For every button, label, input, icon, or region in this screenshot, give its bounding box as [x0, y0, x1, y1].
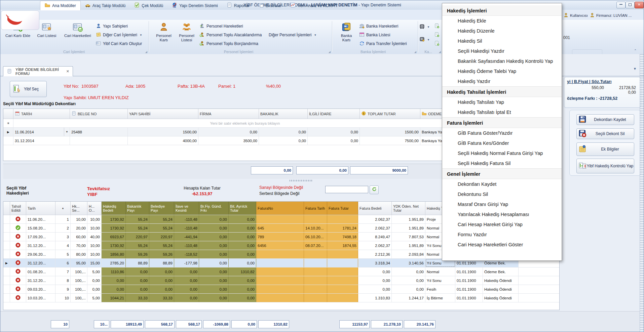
cell-ind[interactable]: [3, 276, 10, 285]
hakedis-row[interactable]: 31.12.20...8100,...0,000,000,000,000,000…: [3, 276, 559, 285]
cell-fatbedeli[interactable]: 0,00: [358, 267, 392, 276]
diger-personel-islemleri-button[interactable]: Diğer Personel İşlemleri▼: [269, 31, 316, 39]
cell-status[interactable]: [10, 259, 26, 267]
cell-firma[interactable]: 3500,00: [198, 136, 259, 145]
cell-faturano[interactable]: [256, 250, 304, 258]
menu-item[interactable]: Seçili Hakediş Fatura Sil: [442, 158, 562, 168]
cell-bit[interactable]: 0,00: [229, 241, 256, 250]
yibf-hakedis-kontrolu-button[interactable]: Yibf Hakediş Kontrolü Yap: [576, 159, 634, 173]
kasa2-dropdown-button[interactable]: ▼: [419, 36, 430, 43]
yibf-sec-button[interactable]: Yibf Seç: [10, 81, 47, 97]
cell-ilave[interactable]: 0,00: [174, 294, 199, 302]
cell-belge[interactable]: 25488: [70, 128, 128, 136]
ribbon-collapse-icon[interactable]: ⌃: [634, 49, 637, 52]
cell-ho[interactable]: 5,00: [87, 294, 102, 302]
menu-item[interactable]: Cari Hesap Hareket Girişi Yap: [442, 219, 562, 230]
column-header[interactable]: TARİH: [13, 109, 70, 119]
cell-ydk[interactable]: 0,00: [392, 285, 425, 293]
personel-hareketleri-button[interactable]: Personel Hareketleri: [199, 23, 243, 30]
close-button[interactable]: ✕: [635, 2, 644, 8]
cell-bedeli[interactable]: 1730,92: [102, 215, 126, 223]
menu-item[interactable]: Cari Hesap Hareketleri Göster: [442, 240, 562, 250]
cell-ydk[interactable]: 3.140,56: [392, 259, 425, 267]
menu-item[interactable]: Bakanlık Sayfasından Hakediş Kontrolü Ya…: [442, 56, 562, 66]
cell-durum[interactable]: Ödeme Bek.: [483, 267, 519, 276]
cell-faturano[interactable]: [256, 285, 304, 293]
date-combo-arrow-icon[interactable]: ▼: [64, 128, 68, 136]
cell-bakanlik[interactable]: 33,33: [126, 294, 149, 302]
cell-faturano[interactable]: [256, 259, 304, 267]
cell-hkse[interactable]: 80,00: [71, 250, 87, 258]
cell-belediye[interactable]: 59,26: [149, 250, 174, 258]
cell-ydk[interactable]: 7.807,53: [392, 233, 425, 241]
cell-belge[interactable]: [70, 136, 128, 145]
cell-bit[interactable]: 0,00: [229, 233, 256, 241]
cell-brfiy[interactable]: 0,00: [199, 224, 229, 232]
column-header[interactable]: YAPI SAHİBİ: [128, 109, 198, 119]
column-header[interactable]: Fatura Tarih: [304, 202, 327, 215]
cell-fatbedeli[interactable]: 0,00: [358, 285, 392, 293]
cell-tarih[interactable]: 31.12.20...: [26, 259, 55, 267]
cell-ho[interactable]: 0,00: [87, 285, 102, 293]
cell-no[interactable]: 8: [55, 276, 71, 285]
menu-item[interactable]: Hakediş Yazdır: [442, 76, 562, 86]
personel-toplu-alacaklandirma-button[interactable]: Personel Toplu Alacaklandırma: [199, 31, 262, 39]
menu-item[interactable]: Hakediş Ekle: [442, 16, 562, 26]
cell-tip[interactable]: Fesih: [425, 285, 455, 293]
cell-fattarih[interactable]: [304, 294, 327, 302]
cell-tarih2[interactable]: 01.01.1900: [455, 294, 483, 302]
cell-brfiy[interactable]: 0,00: [199, 233, 229, 241]
cell-ho[interactable]: 5,00: [87, 267, 102, 276]
cell-durum[interactable]: Hakediş Ödendi: [483, 285, 519, 293]
cell-idare[interactable]: 0,00: [308, 136, 360, 145]
menu-item[interactable]: Hakediş Ödeme Talebi Yap: [442, 66, 562, 76]
cell-hkse[interactable]: 20,00: [71, 224, 87, 232]
cell-bakanlik[interactable]: 0,00: [126, 285, 149, 293]
cell-bedeli[interactable]: 1856,80: [102, 250, 126, 258]
cell-faturano[interactable]: 645: [256, 224, 304, 232]
cell-fatbedeli[interactable]: 8.249,47: [358, 233, 392, 241]
cell-fattutar[interactable]: [327, 250, 358, 258]
menu-item[interactable]: Masraf Oranı Girişi Yap: [442, 199, 562, 209]
cell-faturano[interactable]: [256, 294, 304, 302]
cell-fattutar[interactable]: [327, 276, 358, 285]
cell-status[interactable]: [10, 276, 26, 285]
cell-fattutar[interactable]: [327, 215, 358, 223]
cell-status[interactable]: [10, 224, 26, 232]
cell-no[interactable]: 5: [55, 250, 71, 258]
cell-tarih[interactable]: 11.06.20...: [26, 215, 55, 223]
cell-ilave[interactable]: -441,94: [174, 233, 199, 241]
column-header[interactable]: Belediye Payı: [149, 202, 174, 215]
column-header[interactable]: [3, 202, 10, 215]
cell-bedeli[interactable]: 0,00: [102, 285, 126, 293]
document-tab[interactable]: YİBF ÖDEME BİLGİLERİ FORMU ✕: [3, 66, 73, 76]
menu-item[interactable]: Seçili Hakedişi Yazdır: [442, 46, 562, 56]
cell-ilave[interactable]: 0,00: [174, 276, 199, 285]
cell-bedeli[interactable]: 1110,86: [102, 267, 126, 276]
cell-bit[interactable]: 0,00: [229, 285, 256, 293]
cell-ind[interactable]: [3, 285, 10, 293]
cell-fattutar[interactable]: [327, 259, 358, 267]
cell-idare[interactable]: 0,00: [308, 128, 360, 136]
column-header[interactable]: FİRMA: [198, 109, 259, 119]
dekont-grid[interactable]: TARİHBELGE NOYAPI SAHİBİFİRMABAKANLIKİLG…: [3, 109, 477, 161]
cell-tarih2[interactable]: 01.01.1900: [455, 276, 483, 285]
cell-ind[interactable]: [3, 250, 10, 258]
hakedis-search-input[interactable]: [325, 186, 368, 193]
cell-tarih2[interactable]: 01.01.1900: [455, 267, 483, 276]
ek-bilgiler-button[interactable]: Ek Bilgiler: [576, 142, 634, 156]
yapi-sahipleri-button[interactable]: Yapı Sahipleri: [96, 23, 128, 30]
cell-ho[interactable]: 15,00: [87, 259, 102, 267]
hakedis-row[interactable]: 09.03.20...9100,...0,000,000,000,000,000…: [3, 285, 559, 294]
cell-ilave[interactable]: -110,48: [174, 215, 199, 223]
cell-ho[interactable]: 10,00: [87, 241, 102, 250]
personel-listesi-button[interactable]: Personel Listesi: [176, 21, 197, 48]
cell-fattutar[interactable]: 1781,24: [327, 224, 358, 232]
cell-brfiy[interactable]: 0,00: [199, 259, 229, 267]
column-header[interactable]: Tarih: [26, 202, 55, 215]
cell-ho[interactable]: 10,00: [87, 250, 102, 258]
banka-listesi-button[interactable]: Banka Listesi: [359, 31, 390, 39]
column-header[interactable]: $TOPLAM TUTAR: [360, 109, 420, 119]
column-header[interactable]: H... O...: [87, 202, 102, 215]
cell-bedeli[interactable]: 1730,92: [102, 224, 126, 232]
